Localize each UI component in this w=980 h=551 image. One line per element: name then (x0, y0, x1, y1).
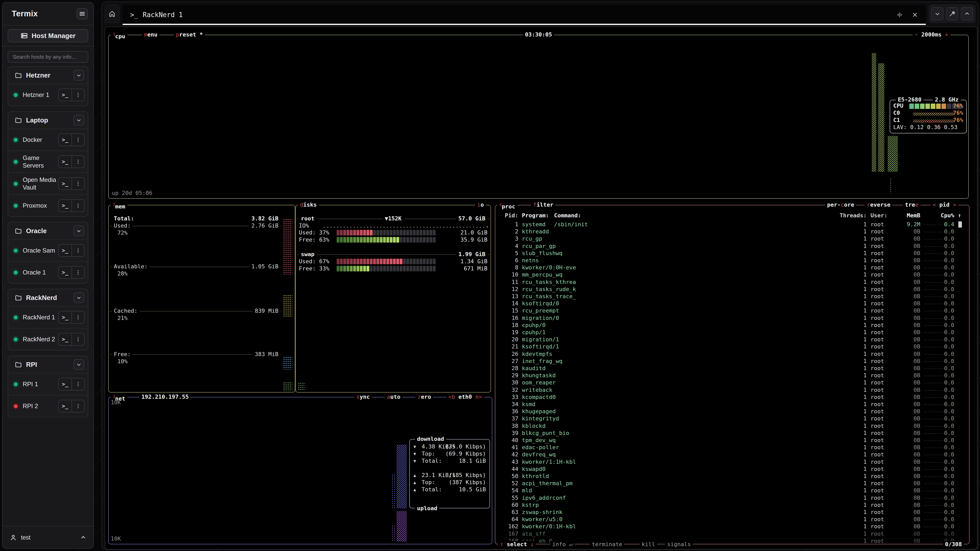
close-tab-icon[interactable] (912, 11, 918, 18)
search-input[interactable] (8, 51, 88, 63)
host-item-oracle-1[interactable]: Oracle 1>_ (8, 261, 88, 283)
group-header[interactable]: RPI (8, 356, 88, 373)
tools-button[interactable] (946, 7, 958, 21)
group-header[interactable]: Hetzner (8, 67, 88, 84)
open-terminal-button[interactable]: >_ (59, 178, 72, 189)
sidebar-footer[interactable]: test (3, 526, 94, 548)
host-menu-button[interactable] (72, 89, 84, 101)
host-menu-button[interactable] (72, 400, 84, 412)
process-row[interactable]: 34ksmd1root0B0.0 (495, 401, 969, 408)
cpu-menu-button[interactable]: menu (142, 31, 159, 38)
process-row[interactable]: 13rcu_tasks_trace_1root0B0.0 (495, 293, 969, 300)
proc-scrollbar-thumb[interactable] (958, 221, 962, 227)
open-terminal-button[interactable]: >_ (59, 378, 72, 390)
host-manager-button[interactable]: Host Manager (8, 29, 88, 42)
process-row[interactable]: 3rcu_gp1root0B0.0 (495, 235, 969, 242)
proc-signals-control[interactable]: signals (665, 541, 693, 548)
open-terminal-button[interactable]: >_ (59, 134, 72, 146)
process-row[interactable]: 64kworker/u5:01root0B0.0 (495, 516, 969, 523)
host-menu-button[interactable] (72, 245, 84, 256)
host-item-game-servers[interactable]: Game Servers>_ (8, 151, 88, 172)
cpu-preset-button[interactable]: preset * (174, 31, 205, 38)
process-row[interactable]: 50kthrotld1root0B0.0 (495, 473, 969, 480)
net-auto-button[interactable]: auto (385, 393, 402, 400)
host-item-oracle-sam[interactable]: Oracle Sam>_ (8, 239, 88, 261)
expand-button[interactable] (961, 7, 973, 21)
process-row[interactable]: 26kdevtmpfs1root0B0.0 (495, 351, 969, 358)
group-header[interactable]: RackNerd (8, 289, 88, 306)
split-pane-icon[interactable] (896, 11, 903, 18)
host-menu-button[interactable] (72, 156, 84, 168)
open-terminal-button[interactable]: >_ (59, 200, 72, 211)
process-row[interactable]: 39blkcg_punt_bio1root0B0.0 (495, 430, 969, 437)
host-item-open-media-vault[interactable]: Open Media Vault>_ (8, 172, 88, 194)
process-row[interactable]: 33kcompactd01root0B0.0 (495, 394, 969, 401)
process-row[interactable]: 12rcu_tasks_rude_k1root0B0.0 (495, 286, 969, 293)
process-row[interactable]: 52acpi_thermal_pm1root0B0.0 (495, 480, 969, 487)
proc-percore-toggle[interactable]: per-core (825, 201, 856, 208)
process-row[interactable]: 36khugepaged1root0B0.0 (495, 408, 969, 415)
host-menu-button[interactable] (72, 311, 84, 323)
process-row[interactable]: 16migration/01root0B0.0 (495, 314, 969, 322)
host-menu-button[interactable] (72, 333, 84, 345)
group-collapse-button[interactable] (73, 70, 84, 81)
process-row[interactable]: 8kworker/0:0H-eve1root0B0.0 (495, 264, 969, 271)
open-terminal-button[interactable]: >_ (59, 267, 72, 278)
proc-sort-selector[interactable]: < pid > (931, 201, 958, 208)
proc-info-control[interactable]: info ↵ (550, 541, 574, 548)
chevron-up-icon[interactable] (80, 534, 86, 540)
proc-kill-control[interactable]: kill (640, 541, 657, 548)
host-menu-button[interactable] (72, 267, 84, 278)
collapse-button[interactable] (931, 7, 943, 21)
open-terminal-button[interactable]: >_ (59, 89, 72, 101)
process-row[interactable]: 40tpm_dev_wq1root0B0.0 (495, 437, 969, 444)
open-terminal-button[interactable]: >_ (59, 333, 72, 345)
cpu-interval-control[interactable]: − 2000ms + (913, 31, 950, 38)
proc-select-control[interactable]: ↑ select ↓ (498, 541, 536, 548)
process-row[interactable]: 2kthreadd1root0B0.0 (495, 228, 969, 235)
net-iface-selector[interactable]: <b eth0 n> (446, 393, 484, 400)
process-row[interactable]: 21ksoftirqd/11root0B0.0 (495, 343, 969, 350)
process-row[interactable]: 37kintegrityd1root0B0.0 (495, 415, 969, 422)
net-sync-button[interactable]: sync (354, 393, 372, 400)
group-header[interactable]: Laptop (8, 112, 88, 129)
tab-racknerd-1[interactable]: >_ RackNerd 1 (123, 5, 926, 25)
process-row[interactable]: 38kblockd1root0B0.0 (495, 422, 969, 430)
group-collapse-button[interactable] (73, 359, 84, 370)
net-zero-button[interactable]: zero (415, 393, 433, 400)
process-row[interactable]: 63zswap-shrink1root0B0.0 (495, 509, 969, 516)
disks-io-toggle[interactable]: io (475, 201, 486, 208)
process-row[interactable]: 10mm_percpu_wq1root0B0.0 (495, 271, 969, 278)
process-row[interactable]: 27inet_frag_wq1root0B0.0 (495, 358, 969, 365)
home-button[interactable] (105, 5, 119, 23)
process-row[interactable]: 41edac-poller1root0B0.0 (495, 444, 969, 451)
process-row[interactable]: 18cpuhp/01root0B0.0 (495, 322, 969, 329)
host-item-racknerd-2[interactable]: RackNerd 2>_ (8, 328, 88, 350)
host-menu-button[interactable] (72, 378, 84, 390)
process-row[interactable]: 43kworker/1:1H-kbl1root0B0.0 (495, 458, 969, 465)
process-row[interactable]: 28kauditd1root0B0.0 (495, 365, 969, 372)
process-row[interactable]: 55ipv6_addrconf1root0B0.0 (495, 494, 969, 502)
process-row[interactable]: 20migration/11root0B0.0 (495, 336, 969, 343)
group-header[interactable]: Oracle (8, 222, 88, 239)
process-row[interactable]: 14ksoftirqd/01root0B0.0 (495, 300, 969, 307)
process-row[interactable]: 6netns1root0B0.0 (495, 257, 969, 264)
host-menu-button[interactable] (72, 200, 84, 211)
open-terminal-button[interactable]: >_ (59, 156, 72, 168)
open-terminal-button[interactable]: >_ (59, 245, 72, 256)
host-item-racknerd-1[interactable]: RackNerd 1>_ (8, 306, 88, 328)
host-item-docker[interactable]: Docker>_ (8, 129, 88, 151)
host-menu-button[interactable] (72, 178, 84, 189)
host-item-hetzner-1[interactable]: Hetzner 1>_ (8, 84, 88, 106)
process-row[interactable]: 11rcu_tasks_kthrea1root0B0.0 (495, 279, 969, 286)
proc-reverse-toggle[interactable]: reverse (865, 201, 892, 208)
proc-filter-button[interactable]: filter (531, 201, 555, 208)
process-row[interactable]: 29khungtaskd1root0B0.0 (495, 372, 969, 379)
process-row[interactable]: 54mld1root0B0.0 (495, 487, 969, 494)
process-row[interactable]: 167ata_sff1root0B0.0 (495, 530, 969, 537)
process-row[interactable]: 30oom_reaper1root0B0.0 (495, 379, 969, 386)
process-row[interactable]: 19cpuhp/11root0B0.0 (495, 329, 969, 336)
host-item-rpi-2[interactable]: RPI 2>_ (8, 395, 88, 417)
process-row[interactable]: 32writeback1root0B0.0 (495, 386, 969, 394)
process-row[interactable]: 42devfreq_wq1root0B0.0 (495, 451, 969, 458)
